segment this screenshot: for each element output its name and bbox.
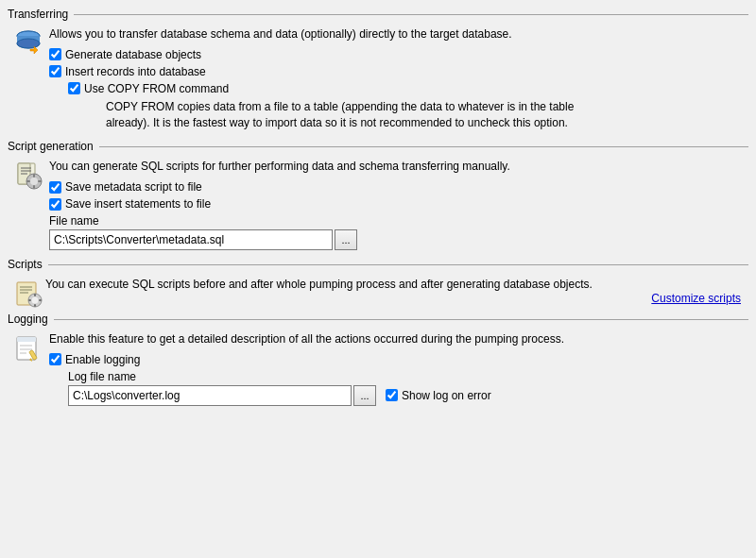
transfer-icon — [11, 26, 45, 59]
show-log-error-container: Show log on error — [386, 389, 491, 402]
scripts-description: You can execute SQL scripts before and a… — [45, 277, 651, 293]
svg-point-5 — [17, 39, 40, 48]
transferring-header: Transferring — [8, 8, 748, 21]
transferring-line — [74, 14, 748, 15]
scripts-body: You can execute SQL scripts before and a… — [8, 277, 748, 309]
svg-rect-29 — [17, 337, 36, 342]
use-copy-checkbox[interactable] — [68, 82, 80, 94]
enable-logging-label: Enable logging — [65, 353, 140, 366]
svg-rect-25 — [34, 304, 36, 307]
logging-line — [54, 319, 748, 320]
scripts-content: You can execute SQL scripts before and a… — [45, 277, 651, 298]
svg-rect-17 — [38, 180, 42, 182]
enable-logging-checkbox[interactable] — [49, 353, 61, 365]
save-insert-checkbox[interactable] — [49, 198, 61, 211]
logging-body: Enable this feature to get a detailed de… — [8, 331, 748, 410]
script-generation-body: You can generate SQL scripts for further… — [8, 159, 748, 254]
log-file-input[interactable] — [68, 385, 352, 406]
log-icon — [11, 331, 45, 364]
svg-point-13 — [30, 178, 38, 185]
svg-rect-14 — [33, 174, 35, 178]
logging-description: Enable this feature to get a detailed de… — [49, 331, 748, 347]
file-name-label: File name — [49, 214, 748, 228]
script-generation-description: You can generate SQL scripts for further… — [49, 159, 748, 175]
transferring-content: Allows you to transfer database schema a… — [45, 26, 748, 136]
insert-records-label: Insert records into database — [65, 65, 206, 78]
file-name-row: ... — [49, 229, 748, 250]
svg-point-23 — [32, 297, 39, 304]
script-generation-line — [99, 146, 748, 147]
main-container: Transferring Allows you to transfer d — [0, 0, 756, 558]
script-generation-title: Script generation — [8, 140, 99, 153]
scripts-line — [48, 264, 748, 265]
enable-logging-row: Enable logging — [49, 353, 748, 366]
use-copy-label: Use COPY FROM command — [84, 82, 229, 95]
svg-rect-27 — [39, 299, 42, 301]
script-generation-header: Script generation — [8, 140, 748, 153]
log-file-row: ... Show log on error — [68, 385, 748, 406]
scripts-title: Scripts — [8, 258, 48, 271]
customize-scripts-link[interactable]: Customize scripts — [651, 292, 741, 305]
generate-objects-checkbox[interactable] — [49, 48, 61, 60]
use-copy-row: Use COPY FROM command — [68, 82, 748, 95]
save-metadata-checkbox[interactable] — [49, 181, 61, 194]
copy-description: COPY FROM copies data from a file to a t… — [106, 99, 578, 131]
save-insert-label: Save insert statements to file — [65, 197, 211, 211]
script-generation-content: You can generate SQL scripts for further… — [45, 159, 748, 254]
show-log-error-label: Show log on error — [402, 389, 491, 402]
insert-records-row: Insert records into database — [49, 65, 748, 78]
svg-rect-16 — [26, 180, 30, 182]
generate-objects-label: Generate database objects — [65, 48, 201, 61]
script-icon — [11, 159, 45, 191]
log-file-browse-button[interactable]: ... — [353, 385, 376, 406]
save-metadata-label: Save metadata script to file — [65, 180, 202, 194]
scripts-header: Scripts — [8, 258, 748, 271]
log-file-label: Log file name — [68, 370, 748, 383]
svg-rect-26 — [28, 299, 31, 301]
log-file-group: Log file name ... Show log on error — [68, 370, 748, 406]
customize-scripts-container: Customize scripts — [651, 290, 748, 309]
transferring-title: Transferring — [8, 8, 74, 21]
logging-section: Logging Enable this feature to get a — [8, 313, 748, 410]
transferring-body: Allows you to transfer database schema a… — [8, 26, 748, 136]
svg-rect-15 — [33, 185, 35, 189]
insert-records-checkbox[interactable] — [49, 65, 61, 77]
file-name-input[interactable] — [49, 229, 333, 250]
file-name-browse-button[interactable]: ... — [335, 229, 357, 250]
file-name-group: File name ... — [49, 214, 748, 250]
scripts-section: Scripts — [8, 258, 748, 309]
script-generation-section: Script generation — [8, 140, 748, 254]
logging-title: Logging — [8, 313, 54, 326]
logging-header: Logging — [8, 313, 748, 326]
logging-content: Enable this feature to get a detailed de… — [45, 331, 748, 410]
save-metadata-row: Save metadata script to file — [49, 180, 748, 194]
transferring-section: Transferring Allows you to transfer d — [8, 8, 748, 136]
transferring-description: Allows you to transfer database schema a… — [49, 26, 748, 42]
save-insert-row: Save insert statements to file — [49, 197, 748, 211]
show-log-error-checkbox[interactable] — [386, 389, 398, 401]
generate-objects-row: Generate database objects — [49, 48, 748, 61]
exec-icon — [11, 277, 45, 309]
svg-rect-24 — [34, 294, 36, 296]
